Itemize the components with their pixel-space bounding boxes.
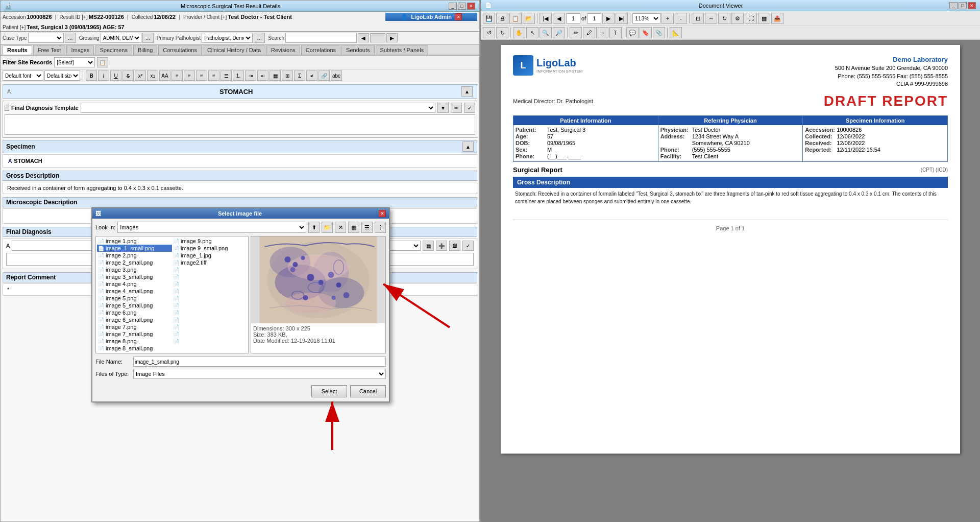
file-item[interactable]: 📄 xyxy=(172,323,247,330)
bold-btn[interactable]: B xyxy=(86,70,97,81)
file-item[interactable]: 📄 xyxy=(172,288,247,295)
file-item[interactable]: 📄 xyxy=(172,330,247,338)
subscript-btn[interactable]: x₂ xyxy=(147,70,158,81)
select-btn[interactable]: Select xyxy=(311,385,347,397)
doc-print-btn[interactable]: 🖨 xyxy=(496,13,508,24)
file-item[interactable]: 📄 image 5.png xyxy=(97,295,172,302)
doc-copy-btn[interactable]: 📋 xyxy=(509,13,522,24)
tab-consultations[interactable]: Consultations xyxy=(158,45,202,55)
doc-zoom-area-btn[interactable]: 🔍 xyxy=(540,27,552,38)
admin-close-btn[interactable]: ✕ xyxy=(455,13,462,20)
italic-btn[interactable]: I xyxy=(98,70,109,81)
doc-select-btn[interactable]: ↖ xyxy=(526,27,538,38)
file-item[interactable]: 📄 image 1.png xyxy=(97,238,172,245)
final-dx-btn4[interactable]: ✓ xyxy=(462,241,474,251)
superscript-btn[interactable]: x² xyxy=(135,70,146,81)
pathologist-btn[interactable]: … xyxy=(254,33,265,43)
doc-zoom-select[interactable]: 113% xyxy=(632,13,660,23)
doc-fit-page-btn[interactable]: ⊡ xyxy=(692,13,704,24)
doc-comment-btn[interactable]: 💬 xyxy=(626,27,639,38)
doc-next-page-btn[interactable]: ▶ xyxy=(602,13,615,24)
file-item[interactable]: 📄 image 4_small.png xyxy=(97,288,172,295)
search-prev-btn[interactable]: ◀ xyxy=(358,33,369,42)
indent-btn[interactable]: ⇥ xyxy=(245,70,256,81)
case-type-btn[interactable]: … xyxy=(65,33,76,43)
sigma-btn[interactable]: Σ xyxy=(294,70,305,81)
search-mid-btn[interactable] xyxy=(370,33,385,42)
doc-arrow-btn[interactable]: → xyxy=(596,27,608,38)
file-item[interactable]: 📄 image 9_small.png xyxy=(172,245,247,252)
tab-sendouts[interactable]: Sendouts xyxy=(341,45,374,55)
file-item[interactable]: 📄 xyxy=(172,273,247,280)
doc-highlight-btn[interactable]: 🖊 xyxy=(583,27,595,38)
list-btn[interactable]: ☰ xyxy=(220,70,232,81)
doc-close-btn[interactable]: ✕ xyxy=(968,2,976,9)
file-item[interactable]: 📄 xyxy=(172,280,247,288)
stomach-collapse-btn[interactable]: ▲ xyxy=(461,86,473,97)
doc-measure-btn[interactable]: 📐 xyxy=(670,27,682,38)
doc-layout-btn[interactable]: ▦ xyxy=(758,13,770,24)
case-type-select[interactable] xyxy=(28,33,64,43)
maximize-btn[interactable]: □ xyxy=(458,3,466,10)
doc-rotate-btn[interactable]: ↻ xyxy=(718,13,730,24)
doc-settings-btn[interactable]: ⚙ xyxy=(731,13,744,24)
fd-template-select[interactable] xyxy=(81,103,435,113)
file-item[interactable]: 📄 image 4.png xyxy=(97,280,172,288)
search-input[interactable] xyxy=(285,33,357,43)
doc-fullscreen-btn[interactable]: ⛶ xyxy=(745,13,757,24)
file-item[interactable]: 📄 image 3_small.png xyxy=(97,273,172,280)
file-item[interactable]: 📄 xyxy=(172,295,247,302)
minimize-btn[interactable]: _ xyxy=(449,3,457,10)
table-btn[interactable]: ▦ xyxy=(270,70,281,81)
look-in-detail-btn[interactable]: ☰ xyxy=(361,222,373,233)
grossing-select[interactable]: ADMIN, DEMO xyxy=(101,33,141,43)
underline-btn[interactable]: U xyxy=(110,70,121,81)
look-in-extra-btn[interactable]: ⋮ xyxy=(375,222,386,233)
doc-fwd-btn[interactable]: ↻ xyxy=(496,27,508,38)
tab-billing[interactable]: Billing xyxy=(133,45,157,55)
filetype-select[interactable]: Image Files xyxy=(133,369,386,379)
outdent-btn[interactable]: ⇤ xyxy=(257,70,268,81)
align-right-btn[interactable]: ≡ xyxy=(196,70,207,81)
look-in-select[interactable]: Images xyxy=(117,222,306,233)
gross-desc-header[interactable]: Gross Description xyxy=(3,171,477,181)
file-item[interactable]: 📄 image 6.png xyxy=(97,309,172,316)
fd-ok-btn[interactable]: ✓ xyxy=(464,103,475,113)
doc-hand-btn[interactable]: ✋ xyxy=(513,27,525,38)
strikethrough-btn[interactable]: S̶ xyxy=(122,70,134,81)
doc-open-btn[interactable]: 📂 xyxy=(523,13,535,24)
link-btn[interactable]: 🔗 xyxy=(318,70,330,81)
search-next-btn[interactable]: ▶ xyxy=(386,33,398,42)
filter-select[interactable]: [Select] xyxy=(54,57,95,67)
file-item[interactable]: 📄 image 8_small.png xyxy=(97,345,172,352)
doc-export-btn[interactable]: 📤 xyxy=(771,13,783,24)
doc-rewind-btn[interactable]: ↺ xyxy=(483,27,495,38)
doc-save-btn[interactable]: 💾 xyxy=(483,13,495,24)
file-item[interactable]: 📄 xyxy=(172,266,247,273)
filename-input[interactable] xyxy=(133,357,386,367)
file-item[interactable]: 📄 image 6_small.png xyxy=(97,316,172,323)
look-in-delete-btn[interactable]: ✕ xyxy=(335,222,346,233)
look-in-view-btn[interactable]: ▦ xyxy=(348,222,359,233)
tab-subtests[interactable]: Subtests / Panels xyxy=(376,45,429,55)
specimen-collapse-btn[interactable]: ▲ xyxy=(462,141,474,152)
font-size-select[interactable]: Default size xyxy=(44,70,80,81)
file-item[interactable]: 📄 image 8.png xyxy=(97,338,172,345)
look-in-new-btn[interactable]: 📁 xyxy=(322,222,333,233)
tab-specimens[interactable]: Specimens xyxy=(95,45,132,55)
file-item[interactable]: 📄 image_1.jpg xyxy=(172,252,247,259)
tab-results[interactable]: Results xyxy=(3,45,32,55)
tab-images[interactable]: Images xyxy=(66,45,94,55)
doc-minimize-btn[interactable]: _ xyxy=(949,2,958,9)
list-num-btn[interactable]: 1. xyxy=(233,70,244,81)
doc-first-page-btn[interactable]: |◀ xyxy=(540,13,552,24)
doc-prev-page-btn[interactable]: ◀ xyxy=(553,13,565,24)
close-btn[interactable]: ✕ xyxy=(467,3,475,10)
align-center-btn[interactable]: ≡ xyxy=(184,70,195,81)
insert-table-btn[interactable]: ⊞ xyxy=(282,70,293,81)
file-item[interactable]: 📄 image 3.png xyxy=(97,266,172,273)
doc-maximize-btn[interactable]: □ xyxy=(959,2,967,9)
tab-correlations[interactable]: Correlations xyxy=(301,45,340,55)
file-item[interactable]: 📄 xyxy=(172,309,247,316)
final-dx-btn1[interactable]: ▦ xyxy=(423,241,434,251)
